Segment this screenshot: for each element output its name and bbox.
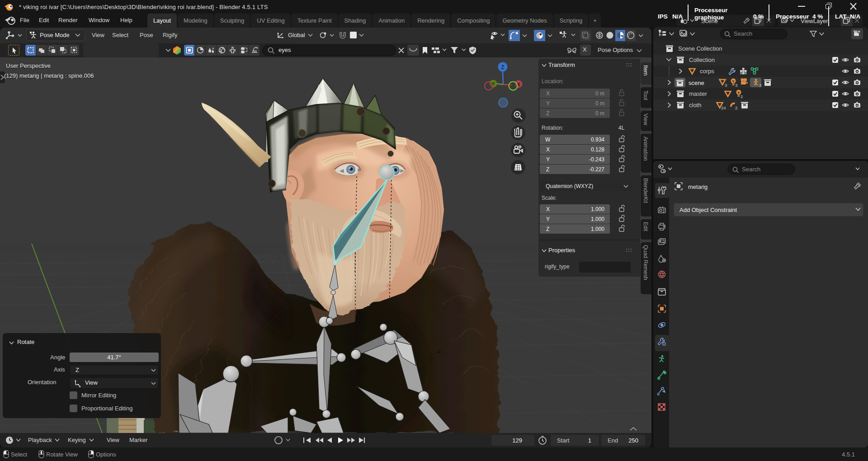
- svg-text:Search: Search: [742, 166, 760, 173]
- svg-text:Collection: Collection: [689, 56, 715, 63]
- svg-text:Options: Options: [96, 451, 116, 458]
- svg-text:metarig: metarig: [688, 183, 708, 190]
- svg-text:Add Object Constraint: Add Object Constraint: [679, 207, 737, 213]
- svg-text:scene: scene: [689, 80, 704, 86]
- svg-text:3: 3: [759, 83, 761, 88]
- svg-text:Playback: Playback: [28, 437, 52, 443]
- svg-text:corps: corps: [700, 68, 714, 75]
- svg-text:cloth: cloth: [689, 102, 701, 108]
- svg-text:24: 24: [721, 105, 726, 110]
- svg-text:Search: Search: [734, 30, 752, 37]
- svg-text:3: 3: [725, 83, 727, 88]
- svg-text:129: 129: [512, 437, 522, 444]
- svg-text:Select: Select: [11, 451, 28, 458]
- svg-text:Rotate View: Rotate View: [46, 451, 78, 458]
- svg-text:2: 2: [735, 105, 737, 110]
- svg-text:Z: Z: [501, 64, 504, 71]
- svg-text:master: master: [689, 90, 707, 97]
- svg-text:3: 3: [735, 83, 737, 88]
- svg-text:250: 250: [628, 437, 638, 444]
- svg-text:4.5.1: 4.5.1: [842, 451, 855, 458]
- svg-text:End: End: [608, 437, 618, 444]
- svg-text:Marker: Marker: [129, 437, 148, 443]
- svg-text:Keying: Keying: [68, 437, 86, 443]
- svg-text:Start: Start: [557, 437, 570, 444]
- svg-text:View: View: [107, 437, 120, 443]
- svg-text:Scene Collection: Scene Collection: [678, 45, 722, 52]
- svg-text:1: 1: [588, 437, 591, 444]
- svg-text:2: 2: [741, 94, 743, 99]
